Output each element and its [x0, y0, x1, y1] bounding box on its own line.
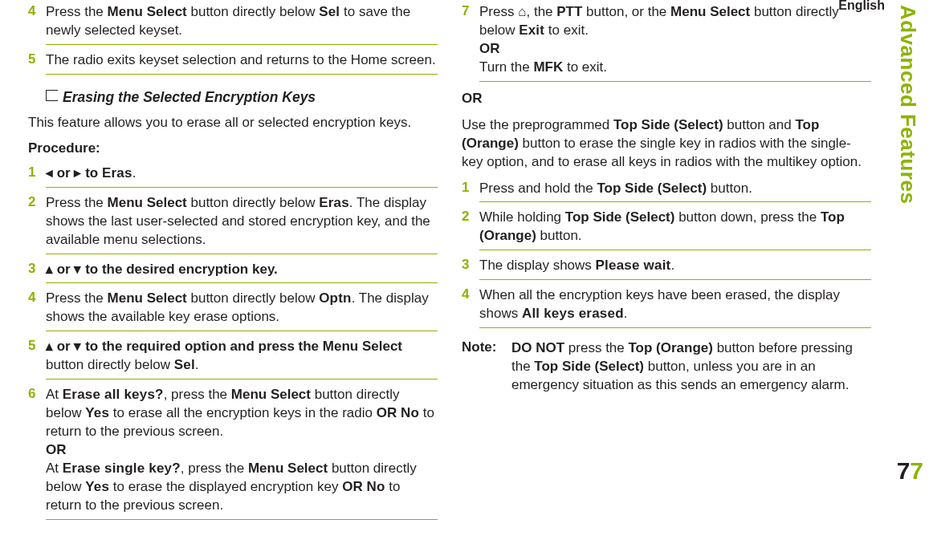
step-body: When all the encryption keys have been e… — [479, 286, 871, 323]
t: button directly below — [187, 290, 319, 306]
step-number: 3 — [462, 257, 479, 275]
right-column: 7 Press ⌂, the PTT button, or the Menu S… — [450, 0, 883, 560]
t: Please wait — [596, 258, 671, 273]
t: Sel — [319, 4, 340, 19]
english-label: English — [838, 0, 885, 13]
t: Turn the — [479, 59, 533, 75]
divider — [46, 519, 438, 520]
t: Erase single key? — [63, 461, 181, 476]
divider — [46, 74, 438, 75]
step-number: 4 — [28, 290, 46, 327]
divider — [46, 44, 438, 45]
section-intro: This feature allows you to erase all or … — [28, 114, 438, 132]
t: button. — [536, 228, 582, 243]
divider — [479, 279, 871, 280]
step-body: Press ⌂, the PTT button, or the Menu Sel… — [479, 3, 871, 77]
step-number: 2 — [28, 194, 46, 250]
t: No — [366, 479, 385, 494]
step-number: 7 — [462, 3, 479, 77]
t: Menu Select — [231, 387, 311, 402]
t: . — [132, 165, 136, 181]
divider — [46, 254, 438, 254]
t: Top Side (Select) — [534, 359, 644, 374]
t: Eras — [102, 165, 132, 181]
t: Menu Select — [108, 290, 187, 306]
divider — [479, 250, 871, 250]
t: . — [624, 306, 628, 321]
step-body: Press the Menu Select button directly be… — [46, 290, 438, 327]
t: OR — [342, 479, 363, 494]
t: button directly below — [187, 4, 319, 19]
section-heading-vertical: Advanced Features — [895, 5, 920, 204]
erase-step-2: 2 Press the Menu Select button directly … — [28, 194, 438, 250]
section-title: Erasing the Selected Encryption Keys — [46, 89, 438, 106]
step-body: Press the Menu Select button directly be… — [46, 3, 438, 40]
right-step-7: 7 Press ⌂, the PTT button, or the Menu S… — [462, 3, 871, 77]
page-number-light: 7 — [910, 457, 923, 484]
t: The display shows — [479, 258, 596, 273]
divider — [479, 81, 871, 82]
t: to exit. — [563, 59, 607, 75]
t: Top Side (Select) — [565, 209, 675, 225]
or-separator: OR — [479, 40, 871, 59]
alt-step-1: 1 Press and hold the Top Side (Select) b… — [462, 180, 871, 198]
divider — [46, 187, 438, 188]
paragraph: Use the preprogrammed Top Side (Select) … — [462, 116, 871, 172]
step-number: 4 — [28, 3, 46, 40]
home-icon: ⌂ — [518, 3, 526, 22]
erase-step-4: 4 Press the Menu Select button directly … — [28, 290, 438, 327]
t: button to erase the single key in radios… — [462, 136, 862, 169]
t: Press the — [46, 195, 108, 210]
erase-step-5: 5 ▴ or ▾ to the required option and pres… — [28, 338, 438, 375]
t: button. — [707, 181, 752, 196]
or-heading: OR — [462, 90, 871, 108]
t: Top Side (Select) — [597, 181, 707, 196]
t: , the — [526, 4, 556, 19]
t: button, or the — [582, 4, 670, 19]
t: Erase all keys? — [63, 387, 164, 402]
divider — [46, 331, 438, 331]
t: Eras — [319, 195, 349, 210]
erase-step-3: 3 ▴ or ▾ to the desired encryption key. — [28, 261, 438, 279]
alt-step-4: 4 When all the encryption keys have been… — [462, 286, 871, 323]
t: to exit. — [544, 22, 589, 38]
note-body: DO NOT press the Top (Orange) button bef… — [511, 339, 871, 395]
arrow-up-down-icon: ▴ or ▾ to the required option and press … — [46, 339, 323, 354]
step-body: ▴ or ▾ to the required option and press … — [46, 338, 438, 375]
step-number: 1 — [462, 180, 479, 198]
t: to erase all the encryption keys in the … — [109, 405, 377, 420]
t: Top Side (Select) — [613, 117, 723, 132]
procedure-heading: Procedure: — [28, 140, 438, 156]
t: No — [401, 405, 419, 420]
or-separator: OR — [46, 441, 438, 460]
t: Menu Select — [108, 195, 187, 210]
t: button directly below — [46, 357, 174, 372]
step-number: 2 — [462, 209, 479, 246]
step-body: ▴ or ▾ to the desired encryption key. — [46, 261, 438, 279]
t: MFK — [533, 59, 563, 75]
step-number: 5 — [28, 338, 46, 375]
t: . — [195, 357, 199, 372]
t: button directly below — [187, 195, 319, 210]
t: to erase the displayed encryption key — [109, 479, 342, 494]
divider — [479, 327, 871, 328]
step-body: Press and hold the Top Side (Select) but… — [479, 180, 871, 198]
step-number: 4 — [462, 286, 479, 323]
t: At — [46, 461, 63, 476]
t: Sel — [174, 357, 195, 372]
t: Press the — [46, 4, 108, 19]
t: At — [46, 387, 63, 402]
section-title-text: Erasing the Selected Encryption Keys — [63, 89, 316, 105]
step-number: 1 — [28, 164, 46, 183]
divider — [479, 201, 871, 202]
step-body: The radio exits keyset selection and ret… — [46, 51, 438, 70]
alt-step-3: 3 The display shows Please wait. — [462, 257, 871, 275]
erase-step-6: 6 At Erase all keys?, press the Menu Sel… — [28, 386, 438, 515]
t: Press the — [46, 290, 108, 306]
step-number: 6 — [28, 386, 46, 515]
t: Press — [479, 4, 518, 19]
t: Top (Orange) — [628, 340, 712, 355]
left-step-5: 5 The radio exits keyset selection and r… — [28, 51, 438, 70]
divider — [46, 379, 438, 379]
sidebar: Advanced Features 77 — [891, 5, 923, 502]
